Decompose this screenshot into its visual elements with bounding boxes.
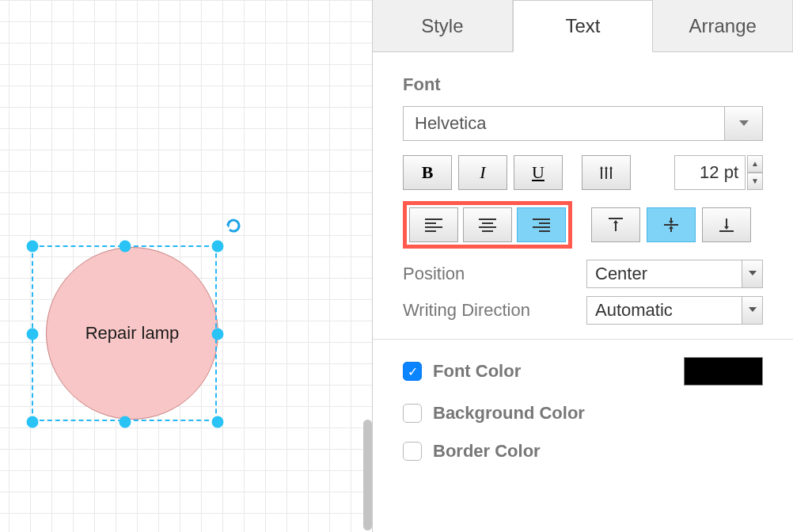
valign-top-button[interactable] [591,207,640,242]
font-color-row: ✓ Font Color [403,357,763,386]
valign-middle-button[interactable] [647,207,696,242]
style-group: B I U [403,155,563,190]
font-color-checkbox[interactable]: ✓ [403,362,422,381]
horizontal-align-group [403,201,572,249]
border-color-checkbox[interactable] [403,442,422,461]
writing-direction-row: Writing Direction Automatic [403,296,763,325]
writing-direction-value: Automatic [595,300,673,321]
font-family-value: Helvetica [415,113,486,134]
position-label: Position [403,264,577,284]
writing-direction-select[interactable]: Automatic [586,296,763,325]
font-section-label: Font [403,74,763,95]
scrollbar[interactable] [363,420,372,530]
border-color-label: Border Color [433,441,763,462]
font-size-input[interactable] [674,155,746,190]
position-value: Center [595,264,647,284]
tab-style[interactable]: Style [373,0,513,51]
bold-button[interactable]: B [403,155,452,190]
panel-body: Font Helvetica B I U ▲ ▼ [373,52,793,479]
selection-box [32,245,217,421]
align-center-button[interactable] [463,207,512,242]
canvas[interactable]: Repair lamp [0,0,372,532]
font-family-row: Helvetica [403,106,763,141]
font-size-up[interactable]: ▲ [747,155,763,173]
format-panel: Style Text Arrange Font Helvetica B I U [372,0,793,532]
writing-direction-label: Writing Direction [403,300,577,321]
handle-e[interactable] [212,329,224,340]
background-color-checkbox[interactable] [403,404,422,423]
align-right-button[interactable] [517,207,566,242]
font-color-swatch[interactable] [684,357,763,386]
valign-bottom-button[interactable] [702,207,751,242]
text-style-row: B I U ▲ ▼ [403,155,763,190]
border-color-row: Border Color [403,441,763,462]
vertical-align-group [591,207,751,242]
handle-n[interactable] [120,241,131,253]
tab-arrange[interactable]: Arrange [653,0,793,51]
font-size-down[interactable]: ▼ [747,173,763,190]
font-family-select[interactable]: Helvetica [403,106,725,141]
tab-text[interactable]: Text [513,0,654,52]
handle-sw[interactable] [27,416,39,428]
vertical-text-button[interactable] [582,155,631,190]
chevron-down-icon [742,260,762,287]
chevron-down-icon [742,297,762,324]
handle-se[interactable] [212,416,224,428]
handle-ne[interactable] [212,241,224,253]
handle-nw[interactable] [27,241,39,253]
font-family-dropdown-arrow[interactable] [725,106,763,141]
underline-button[interactable]: U [514,155,563,190]
tabs: Style Text Arrange [373,0,793,52]
italic-button[interactable]: I [458,155,507,190]
position-row: Position Center [403,260,763,288]
alignment-row [403,201,763,249]
font-size-stepper: ▲ ▼ [747,155,763,190]
handle-w[interactable] [27,329,39,340]
background-color-row: Background Color [403,403,763,424]
position-select[interactable]: Center [586,260,763,288]
background-color-label: Background Color [433,403,763,424]
font-color-label: Font Color [433,361,673,382]
handle-s[interactable] [120,416,131,428]
align-left-button[interactable] [409,207,458,242]
divider [373,339,793,340]
rotate-handle[interactable] [224,216,245,237]
